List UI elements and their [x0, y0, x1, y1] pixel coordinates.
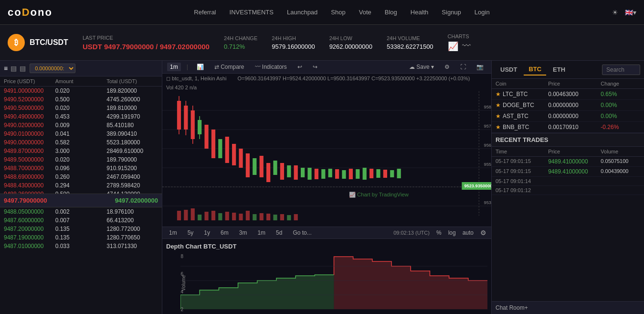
fullscreen-btn[interactable]: ⛶	[457, 63, 469, 71]
svg-rect-74	[294, 214, 298, 220]
coin-row[interactable]: ★ DOGE_BTC 0.00000000 0.00%	[492, 100, 644, 111]
coin-star[interactable]: ★	[496, 102, 501, 108]
svg-rect-41	[294, 165, 298, 180]
separator1: |	[187, 64, 188, 70]
sell-order-row[interactable]: 9491.000000000.020189.820000	[0, 87, 162, 95]
nav-login[interactable]: Login	[475, 9, 490, 16]
sell-order-row[interactable]: 9488.430000000.2942789.598420	[0, 181, 162, 190]
ticker-bar: ₿ BTC/USDT LAST PRICE USDT 9497.79000000…	[0, 25, 644, 61]
svg-rect-44	[315, 169, 318, 179]
sell-order-row[interactable]: 9488.690000000.2602467.059400	[0, 173, 162, 181]
nav-vote[interactable]: Vote	[359, 9, 371, 16]
auto-btn[interactable]: auto	[463, 229, 474, 236]
coin-row[interactable]: ★ AST_BTC 0.00000000 0.00%	[492, 111, 644, 122]
log-btn[interactable]: log	[448, 229, 456, 236]
coin-star[interactable]: ★	[496, 124, 501, 130]
list-icon[interactable]: ≡	[4, 65, 8, 72]
tab-eth[interactable]: ETH	[548, 64, 570, 75]
cloud-btn[interactable]: ☁ Save ▾	[406, 63, 437, 71]
sell-order-row[interactable]: 9490.500000000.020189.810000	[0, 104, 162, 112]
nav-launchpad[interactable]: Launchpad	[287, 9, 317, 16]
coin-search-input[interactable]	[602, 65, 640, 75]
buy-order-row[interactable]: 9487.600000000.00766.413200	[0, 216, 162, 225]
nav-blog[interactable]: Blog	[385, 9, 397, 16]
buy-order-row[interactable]: 9488.050000000.00218.976100	[0, 207, 162, 216]
time-display: 09:02:13 (UTC)	[393, 230, 430, 236]
sell-order-row[interactable]: 9490.020000000.00985.410180	[0, 121, 162, 130]
nav-investments[interactable]: INVESTMENTS	[230, 9, 274, 16]
rt-rows: 05-17 09:01:15 9489.41000000 0.05075100 …	[492, 157, 644, 301]
nav-shop[interactable]: Shop	[331, 9, 345, 16]
language-flag[interactable]: 🇬🇧▾	[625, 9, 636, 16]
settings-icon[interactable]: ☀	[612, 9, 618, 16]
last-price-section: LAST PRICE USDT 9497.79000000 / 9497.020…	[83, 35, 210, 51]
svg-rect-34	[246, 153, 250, 177]
svg-rect-65	[232, 213, 236, 220]
svg-rect-19	[184, 106, 188, 130]
svg-rect-25	[198, 120, 201, 134]
chart-type-btn[interactable]: 📊	[194, 63, 207, 71]
candlestick-icon[interactable]: 〰	[462, 41, 471, 52]
low-value: 9262.00000000	[329, 43, 372, 50]
sell-order-row[interactable]: 9490.010000000.041389.090410	[0, 130, 162, 138]
svg-rect-59	[191, 208, 195, 220]
svg-rect-50	[356, 169, 359, 179]
sell-order-row[interactable]: 9490.520000000.5004745.260000	[0, 95, 162, 104]
svg-rect-36	[260, 156, 264, 177]
asks-icon[interactable]: ▤	[11, 65, 17, 72]
nav-signup[interactable]: Signup	[442, 9, 461, 16]
depth-chart-title: Depth Chart BTC_USDT	[166, 243, 487, 250]
logo-b: D	[22, 6, 31, 19]
coin-star[interactable]: ★	[496, 113, 501, 119]
chat-room-btn[interactable]: Chat Room+	[492, 301, 644, 314]
svg-rect-47	[335, 169, 339, 179]
sell-order-row[interactable]: 9489.500000000.020189.790000	[0, 155, 162, 164]
buy-order-row[interactable]: 9487.200000000.1351280.772000	[0, 225, 162, 233]
nav-referral[interactable]: Referral	[194, 9, 216, 16]
logo-ono: ono	[31, 6, 53, 19]
chart-toolbar: 1m | 📊 ⇄ Compare 〰 Indicators ↩ ↪ ☁ Save…	[162, 61, 491, 74]
logo: coDono	[8, 6, 53, 19]
goto-btn[interactable]: Go to...	[291, 229, 313, 237]
sell-order-row[interactable]: 9488.700000000.096910.915200	[0, 164, 162, 173]
buy-order-row[interactable]: 9487.190000000.1351280.770650	[0, 233, 162, 242]
sell-order-row[interactable]: 9488.260000000.5004744.130000	[0, 190, 162, 194]
tab-usdt[interactable]: USDT	[496, 64, 522, 75]
bids-icon[interactable]: ▤	[20, 65, 26, 72]
tf-1m-btn-bottom[interactable]: 3m	[237, 229, 249, 237]
tf-6m-btn[interactable]: 1y	[202, 229, 212, 237]
line-chart-icon[interactable]: 📈	[448, 41, 458, 52]
tf-3m-btn[interactable]: 6m	[219, 229, 231, 237]
undo-btn[interactable]: ↩	[295, 63, 305, 71]
svg-rect-72	[280, 214, 284, 220]
sell-order-row[interactable]: 9490.000000000.5825523.180000	[0, 138, 162, 147]
coin-row[interactable]: ★ BNB_BTC 0.00170910 -0.26%	[492, 122, 644, 133]
svg-rect-16	[177, 101, 181, 130]
settings-btn[interactable]: ⚙	[442, 63, 453, 71]
mid-price: 9497.79000000 9497.02000000	[0, 194, 162, 207]
buy-order-row[interactable]: 9487.010000000.033313.071330	[0, 242, 162, 250]
y-label-8: 8	[166, 254, 185, 259]
sell-order-row[interactable]: 9489.870000003.00028469.610000	[0, 147, 162, 155]
tf-1m-btn[interactable]: 1m	[167, 63, 181, 71]
charts-icons: 📈 〰	[448, 41, 471, 52]
tf-5d-btn[interactable]: 1m	[255, 229, 267, 237]
coin-star[interactable]: ★	[496, 91, 501, 97]
decimal-select[interactable]: 0.00000000:	[30, 64, 75, 73]
redo-btn[interactable]: ↪	[310, 63, 320, 71]
percent-btn[interactable]: %	[436, 229, 442, 236]
change-value: 0.712%	[224, 43, 257, 50]
tf-1d-btn[interactable]: 5d	[274, 229, 284, 237]
nav-health[interactable]: Health	[411, 9, 429, 16]
svg-rect-46	[328, 169, 332, 177]
tab-btc[interactable]: BTC	[524, 64, 546, 76]
order-book-panel: ≡ ▤ ▤ 0.00000000: Price (USDT) Amount To…	[0, 61, 162, 314]
coin-row[interactable]: ★ LTC_BTC 0.00463000 0.65%	[492, 89, 644, 100]
sell-order-row[interactable]: 9490.490000000.4534299.191970	[0, 112, 162, 121]
camera-btn[interactable]: 📷	[474, 63, 486, 71]
indicators-btn[interactable]: 〰 Indicators	[252, 63, 290, 71]
tf-5y-btn[interactable]: 1m	[167, 229, 179, 237]
compare-btn[interactable]: ⇄ Compare	[211, 63, 247, 71]
tf-1y-btn[interactable]: 5y	[186, 229, 196, 237]
settings-gear-btn[interactable]: ⚙	[480, 229, 486, 237]
